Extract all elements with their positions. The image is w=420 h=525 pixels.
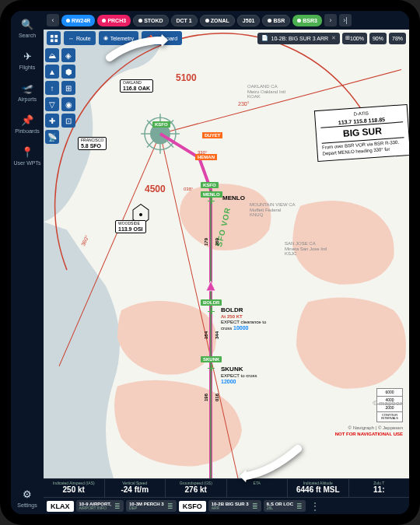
sidebar-userwpts[interactable]: 📍 User WPTs	[14, 145, 41, 166]
chip-bsr3[interactable]: BSR3	[292, 15, 322, 26]
close-icon[interactable]: ✕	[331, 35, 336, 41]
fix-skunk: SKUNK	[201, 356, 222, 362]
map-tool-8[interactable]: ◉	[61, 97, 75, 111]
chart-shortcut-row: KLAX 10-9 AIRPORT,AIRPORT INFO≣ 10-3M PE…	[44, 498, 409, 514]
procedure-chip[interactable]: 📄 10-2B: BIG SUR 3 ARR ✕	[257, 33, 341, 44]
tab-label: Pinboard	[156, 36, 177, 41]
leg-brg: 359	[215, 238, 219, 246]
map-tool-column: ⛰◈ ▲⬢ ↑⊞ ▽◉ ✚⊡ 📡	[45, 48, 75, 144]
wp-menlo: MENLO	[222, 194, 245, 201]
prev-button[interactable]: ‹	[47, 14, 59, 26]
sidebar-label: Pinboards	[15, 128, 40, 134]
map-tool-4[interactable]: ⬢	[61, 65, 75, 79]
next-button[interactable]: ›	[324, 14, 337, 26]
map-tool-6[interactable]: ⊞	[61, 81, 75, 95]
map-tool-11[interactable]: 📡	[45, 130, 59, 144]
layers-icon: ≣	[296, 502, 303, 510]
svg-rect-2	[50, 39, 53, 42]
fix-cross-icon	[208, 197, 215, 204]
chart-chip-2[interactable]: 10-3M PERCH 3DEP≣	[126, 500, 177, 512]
chart-chip-4[interactable]: ILS OR LOC28L≣	[264, 500, 306, 512]
stat-alt: Indicated Altitude6446 ft MSL	[288, 479, 349, 497]
stat-eta: ETA	[227, 479, 289, 497]
sidebar-label: Airports	[18, 96, 37, 102]
chart-chip-1[interactable]: 10-9 AIRPORT,AIRPORT INFO≣	[76, 500, 124, 512]
ghost-koak: OAKLAND CAMetro Oakland IntlKOAK	[247, 84, 285, 100]
sidebar-label: User WPTs	[14, 160, 41, 166]
mapbox-credit: © mapbox	[373, 400, 403, 407]
sidebar-pinboards[interactable]: 📌 Pinboards	[15, 113, 40, 134]
leg-brg: 164	[204, 331, 208, 339]
chip-label: BSR3	[303, 18, 317, 23]
map-tool-7[interactable]: ▽	[45, 97, 59, 111]
zoom-100[interactable]: ⊞100%	[342, 33, 367, 44]
fix-boldr: BOLDR	[201, 299, 222, 306]
leg-brg: 016	[215, 394, 219, 401]
end-button[interactable]: ›|	[339, 14, 352, 26]
route-chip-bar: ‹ RW24R PRCH3 STOKD DCT 1 ZONAL J501 BSR…	[44, 11, 409, 30]
altitude-north: 5100	[176, 72, 197, 83]
navaid-oak: OAKLAND 116.8 OAK	[120, 79, 153, 93]
navaid-osi: WOODSIDE 113.9 OSI	[115, 220, 146, 233]
svg-rect-1	[54, 34, 58, 37]
ghost-ksjc: SAN JOSE CAMineta San Jose IntlKSJC	[285, 241, 327, 257]
plane-icon: ✈	[20, 49, 34, 63]
fix-ksfo2: KSFO	[201, 182, 219, 188]
airport-ksfo[interactable]: KSFO	[179, 501, 206, 512]
bottom-bar: Indicated Airspeed (IAS)250 kt Vertical …	[44, 478, 409, 514]
sidebar-search[interactable]: 🔍 Search	[19, 17, 36, 38]
fix-duyet: DUYET	[202, 132, 222, 138]
map-tool-5[interactable]: ↑	[45, 81, 59, 95]
chip-stokd[interactable]: STOKD	[133, 15, 168, 26]
layers-icon: ≣	[252, 502, 258, 510]
stat-zulu: Zulu T11:	[349, 479, 410, 497]
chip-prch3[interactable]: PRCH3	[97, 15, 131, 26]
leg-brg: 196	[204, 394, 208, 401]
fix-cross-icon	[208, 307, 215, 314]
svg-rect-3	[54, 39, 58, 42]
stat-gs: Groundspeed (GS)276 kt	[166, 479, 227, 497]
bearing-230: 230°	[238, 101, 249, 107]
telemetry-tab[interactable]: ◉Telemetry	[99, 31, 138, 45]
map-tool-10[interactable]: ⊡	[61, 114, 75, 128]
proc-label: 10-2B: BIG SUR 3 ARR	[271, 36, 329, 41]
map-tool-9[interactable]: ✚	[45, 114, 59, 128]
route-tab[interactable]: ↔Route	[64, 31, 96, 45]
pin-icon: 📌	[20, 113, 34, 127]
chip-label: DCT 1	[177, 18, 192, 23]
tab-label: Route	[76, 36, 91, 41]
waypoint-icon: 📍	[20, 145, 34, 159]
sidebar-airports[interactable]: 🛫 Airports	[18, 81, 37, 102]
zoom-78[interactable]: 78%	[389, 33, 406, 44]
map-tool-2[interactable]: ◈	[61, 48, 75, 62]
chip-label: ZONAL	[211, 18, 229, 23]
main-area: ‹ RW24R PRCH3 STOKD DCT 1 ZONAL J501 BSR…	[44, 11, 409, 514]
chip-bsr[interactable]: BSR	[262, 15, 290, 26]
chip-label: J501	[243, 18, 255, 23]
chart-chip-3[interactable]: 10-2B BIG SUR 3ARR≣	[208, 500, 261, 512]
map-tool-3[interactable]: ▲	[45, 65, 59, 79]
navaid-sfo: FRANCISCO 5.8 SFO	[78, 137, 107, 150]
layers-button[interactable]	[47, 31, 61, 45]
sidebar-flights[interactable]: ✈ Flights	[19, 49, 36, 70]
map-canvas[interactable]: OAKLAND 116.8 OAK FRANCISCO 5.8 SFO WOOD…	[44, 30, 409, 478]
zoom-90[interactable]: 90%	[369, 33, 387, 44]
chip-zonal[interactable]: ZONAL	[200, 15, 235, 26]
svg-point-14	[139, 213, 142, 216]
leg-brg: 344	[215, 331, 219, 339]
sidebar-settings[interactable]: ⚙ Settings	[17, 487, 37, 508]
map-tool-1[interactable]: ⛰	[45, 48, 59, 62]
chip-j501[interactable]: J501	[237, 15, 261, 26]
search-icon: 🔍	[20, 17, 34, 31]
stat-ias: Indicated Airspeed (IAS)250 kt	[44, 479, 105, 497]
more-button[interactable]: ⋮	[308, 501, 322, 512]
gear-icon: ⚙	[20, 487, 34, 501]
layers-icon: ≣	[114, 502, 121, 510]
airport-klax[interactable]: KLAX	[47, 501, 74, 512]
chip-rw24r[interactable]: RW24R	[61, 15, 95, 26]
pinboard-tab[interactable]: 📌Pinboard	[142, 31, 182, 45]
svg-rect-0	[50, 34, 53, 37]
stat-vs: Vertical Speed-24 ft/m	[105, 479, 166, 497]
wp-boldr-block: BOLDR At 250 KT EXPECT clearance to cros…	[221, 306, 266, 331]
chip-dct1[interactable]: DCT 1	[171, 15, 198, 26]
